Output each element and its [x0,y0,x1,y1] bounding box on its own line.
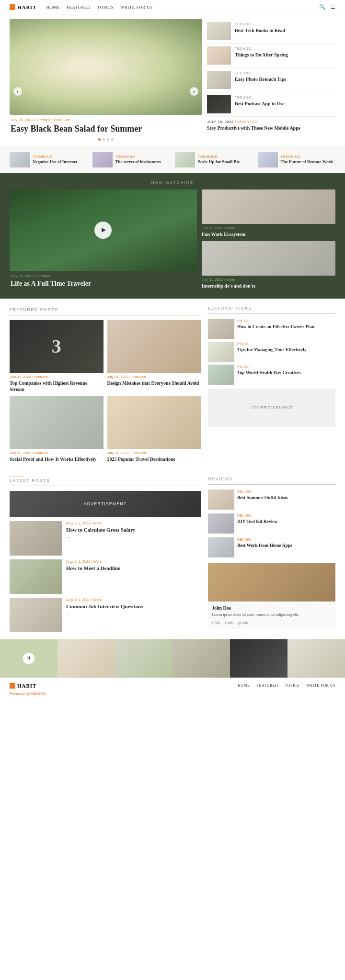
review-item-2[interactable]: Review DIY Tool Kit Review [208,513,335,534]
nw-side-img-2 [202,241,335,276]
latest-text-2: August 1, 2022 / Work How to Meet a Dead… [66,559,120,578]
latest-title-1: How to Calculate Gross Salary [66,526,136,533]
review-img-2 [208,513,234,534]
hero-main-image: ‹ › [10,19,202,115]
editor-img-3 [208,365,234,385]
strip-logo-circle: H [23,653,34,664]
featured-row: July 31, 2022 / Featured Social Proof an… [10,396,201,462]
play-button[interactable] [94,222,112,239]
feat-img-1: 3 [10,320,104,373]
hero-sub-3[interactable]: Techno Easy Photo Retouch Tips [207,68,335,92]
editors-section-title: EDITORS' PICKS [208,306,335,314]
menu-icon[interactable]: ☰ [331,4,335,10]
editor-item-3[interactable]: Picks Top World Health Day Creatives [208,365,335,385]
latest-arrow-2[interactable]: → [66,573,120,578]
trending-item-2[interactable]: Trending The secret of brainstorm [92,152,171,167]
footer-featured[interactable]: FEATURED [257,683,278,688]
trending-label-4: Trending [281,155,333,159]
nw-main[interactable]: July 29, 2022 / Lifestyle Life as A Full… [10,189,197,289]
hero-next-button[interactable]: › [190,87,198,96]
fb-icon: f [212,621,213,625]
trending-img-4 [258,152,278,167]
footer-home[interactable]: HOME [238,683,250,688]
trending-text-2: Trending The secret of brainstorm [115,155,161,165]
latest-item-2[interactable]: August 1, 2022 / Work How to Meet a Dead… [10,559,201,594]
trending-item-1[interactable]: Trending Negative Use of Internet [10,152,88,167]
footer-write[interactable]: WRITE FOR US [306,683,335,688]
social-stat-fb: f 75k [212,621,220,625]
ig-icon: ig [238,621,241,625]
latest-item-3[interactable]: August 1, 2022 / Work Common Job Intervi… [10,598,201,632]
logo[interactable]: HABIT [10,4,36,10]
hero-dot-1[interactable] [98,138,101,141]
latest-date-3: August 1, 2022 / Work [66,598,143,602]
footer-topics[interactable]: TOPICS [285,683,299,688]
featured-card-2[interactable]: July 31, 2022 / Featured Design Mistakes… [107,320,201,392]
photo-strip-2 [115,639,172,678]
hero-sub-title-5: Stay Productive with These New Mobile Ap… [207,125,335,131]
nw-side-img-1 [202,189,335,224]
search-icon[interactable]: 🔍 [319,4,326,10]
hero-dot-3[interactable] [107,138,109,141]
hero-sub-2[interactable]: Techno Things to Do After Spring [207,44,335,68]
nav-featured[interactable]: FEATURED [67,5,91,10]
footer-top: HABIT HOME FEATURED TOPICS WRITE FOR US [10,683,335,689]
feat-title-2: Design Mistakes that Everyone Should Avo… [107,380,201,386]
latest-title-3: Common Job Interview Questions [66,603,143,610]
nav-topics[interactable]: TOPICS [97,5,114,10]
nav-icons: 🔍 ☰ [319,4,335,10]
editor-item-1[interactable]: Picks How to Create an Effective Career … [208,319,335,339]
review-title-1: Best Summer Outfit Ideas [237,495,288,501]
nw-main-video[interactable] [10,189,197,271]
feat-img-2 [107,320,201,373]
latest-arrow-1[interactable]: → [66,535,136,540]
nw-main-title: Life as A Full Time Traveler [11,279,196,288]
nw-side-item-2[interactable]: July 31, 2022 / Video Internship do's an… [202,241,335,289]
hero-date: July 26, 2022 / Lifestyle / Food Life [11,118,201,122]
footer-logo[interactable]: HABIT [10,683,36,689]
featured-card-1[interactable]: 3 July 31, 2022 / Featured Top Companies… [10,320,104,392]
nav-home[interactable]: HOME [46,5,60,10]
photo-strip-logo: H [0,639,58,678]
nw-side-item-1[interactable]: July 31, 2022 / Video Fun Work Ecosystem [202,189,335,237]
latest-arrow-3[interactable]: → [66,611,143,616]
review-img-3 [208,537,234,557]
hero-prev-button[interactable]: ‹ [13,87,22,96]
trending-text-4: Trending The Future of Remote Work [281,155,333,165]
editor-cat-3: Picks [237,365,301,369]
nav-write[interactable]: WRITE FOR US [120,5,153,10]
footer: HABIT HOME FEATURED TOPICS WRITE FOR US … [0,678,345,701]
reviews-list: Review Best Summer Outfit Ideas Review D… [208,490,335,557]
editor-text-3: Picks Top World Health Day Creatives [237,365,301,376]
trending-item-3[interactable]: Trending Scale-Up for Small Biz [175,152,253,167]
hero-main-article[interactable]: ‹ › July 26, 2022 / Lifestyle / Food Lif… [10,19,202,142]
featured-card-4[interactable]: July 31, 2022 / Featured 2025 Popular Tr… [107,396,201,462]
hero-dot-4[interactable] [111,138,114,141]
testimonial-text: Lorem ipsum dolor sit amet, consectetuar… [212,612,332,618]
hero-dot-2[interactable] [103,138,105,141]
review-item-3[interactable]: Review Best Work from Home Apps [208,537,335,557]
hero-sub-5[interactable]: July 26, 2022 / Business Stay Productive… [207,117,335,134]
editor-text-2: Picks Tips for Managing Time Effectively [237,342,306,353]
editor-item-2[interactable]: Picks Tips for Managing Time Effectively [208,342,335,362]
trending-item-4[interactable]: Trending The Future of Remote Work [258,152,336,167]
footer-links: HOME FEATURED TOPICS WRITE FOR US [238,683,335,688]
feat-title-4: 2025 Popular Travel Destinations [107,456,201,462]
latest-item-1[interactable]: August 1, 2022 / Work How to Calculate G… [10,521,201,556]
trending-title-1: Negative Use of Internet [33,159,77,165]
latest-title-2: How to Meet a Deadline [66,565,120,571]
hero-sub-1[interactable]: Techno Best Tech Books to Read [207,19,335,44]
social-stats: f 75k t 38k ig 55k [212,621,332,625]
nw-main-date: July 29, 2022 / Lifestyle [11,274,196,278]
review-item-1[interactable]: Review Best Summer Outfit Ideas [208,490,335,510]
hero-sub-title-3: Easy Photo Retouch Tips [235,76,335,82]
featured-left: FEATURED POSTS 3 July 31, 2022 / Feature… [10,306,201,462]
featured-card-3[interactable]: July 31, 2022 / Featured Social Proof an… [10,396,104,462]
hero-title: Easy Black Bean Salad for Summer [11,124,201,134]
editor-title-3: Top World Health Day Creatives [237,370,301,376]
hero-sub-4[interactable]: Techno Best Podcast App to Use [207,92,335,117]
nw-sidebar: July 31, 2022 / Video Fun Work Ecosystem… [202,189,335,289]
editor-cat-1: Picks [237,319,314,323]
nw-side-date-1: July 31, 2022 / Video [202,226,335,230]
trending-img-3 [175,152,195,167]
